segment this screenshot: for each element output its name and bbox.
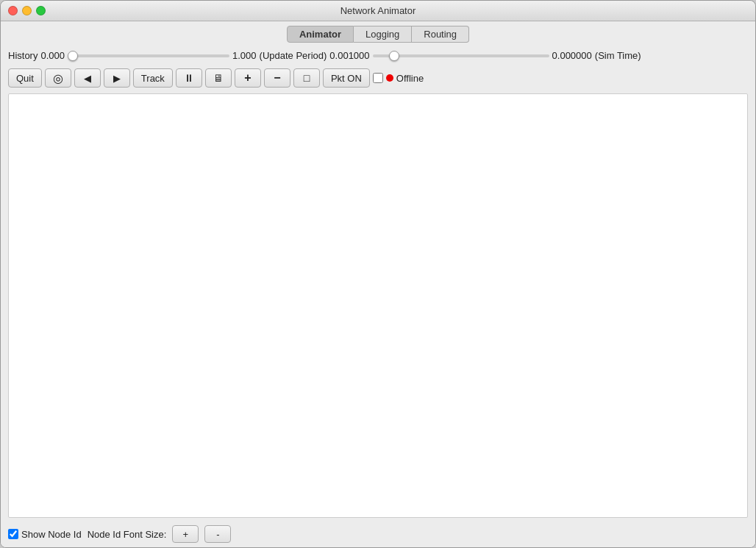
play-button[interactable]: ▶ bbox=[104, 68, 130, 88]
window-title: Network Animator bbox=[340, 5, 416, 16]
target-button[interactable]: ◎ bbox=[45, 68, 71, 88]
stop-icon: □ bbox=[304, 72, 310, 84]
offline-checkbox[interactable] bbox=[373, 73, 383, 83]
back-icon: ◀ bbox=[84, 73, 91, 84]
plus-icon: + bbox=[244, 71, 251, 85]
stop-button[interactable]: □ bbox=[293, 68, 320, 88]
tab-animator[interactable]: Animator bbox=[287, 26, 354, 43]
zoom-in-button[interactable]: + bbox=[235, 68, 261, 88]
canvas-area[interactable] bbox=[8, 93, 748, 518]
offline-area: Offline bbox=[373, 73, 424, 84]
pause-icon: ⏸ bbox=[184, 72, 194, 84]
show-node-id-container: Show Node Id bbox=[8, 529, 82, 540]
offline-dot-icon bbox=[386, 74, 393, 82]
window-controls bbox=[8, 6, 46, 15]
tab-bar: Animator Logging Routing bbox=[1, 21, 755, 46]
play-icon: ▶ bbox=[113, 73, 121, 84]
maximize-button[interactable] bbox=[36, 6, 46, 15]
history-slider-container bbox=[68, 54, 229, 57]
track-button[interactable]: Track bbox=[133, 68, 173, 88]
pause-button[interactable]: ⏸ bbox=[176, 68, 202, 88]
history-value: 0.000 bbox=[40, 50, 65, 61]
target-icon: ◎ bbox=[53, 71, 63, 85]
sim-time-label: (Sim Time) bbox=[595, 50, 641, 61]
pkt-on-button[interactable]: Pkt ON bbox=[323, 68, 370, 88]
show-node-id-checkbox[interactable] bbox=[8, 529, 18, 539]
update-period-slider-container bbox=[373, 54, 549, 57]
show-node-id-label: Show Node Id bbox=[21, 529, 82, 540]
quit-button[interactable]: Quit bbox=[8, 68, 42, 88]
tab-routing[interactable]: Routing bbox=[412, 26, 469, 43]
update-period-slider[interactable] bbox=[373, 54, 549, 57]
zoom-out-button[interactable]: − bbox=[264, 68, 290, 88]
font-minus-icon: - bbox=[216, 529, 219, 540]
network-button[interactable]: 🖥 bbox=[205, 68, 232, 88]
offline-label: Offline bbox=[396, 73, 424, 84]
network-icon: 🖥 bbox=[213, 72, 224, 84]
minus-icon: − bbox=[274, 71, 280, 85]
sim-time-value: 0.000000 bbox=[552, 50, 592, 61]
back-button[interactable]: ◀ bbox=[74, 68, 101, 88]
node-font-size-label: Node Id Font Size: bbox=[88, 529, 167, 540]
close-button[interactable] bbox=[8, 6, 18, 15]
title-bar: Network Animator bbox=[1, 1, 755, 21]
main-window: Network Animator Animator Logging Routin… bbox=[0, 0, 756, 548]
tab-logging[interactable]: Logging bbox=[354, 26, 412, 43]
minimize-button[interactable] bbox=[22, 6, 32, 15]
history-label: History bbox=[8, 50, 38, 61]
update-period-value: 1.000 bbox=[232, 50, 257, 61]
font-plus-icon: + bbox=[183, 529, 189, 540]
update-period-label: (Update Period) bbox=[260, 50, 327, 61]
status-bar: Show Node Id Node Id Font Size: + - bbox=[1, 521, 755, 547]
update-period-slider-value: 0.001000 bbox=[329, 50, 369, 61]
history-slider[interactable] bbox=[68, 54, 229, 57]
font-size-decrease-button[interactable]: - bbox=[204, 525, 231, 543]
font-size-increase-button[interactable]: + bbox=[172, 525, 199, 543]
controls-row: History 0.000 1.000 (Update Period) 0.00… bbox=[1, 46, 755, 65]
toolbar-row: Quit ◎ ◀ ▶ Track ⏸ 🖥 + − □ Pkt ON Offl bbox=[1, 65, 755, 90]
